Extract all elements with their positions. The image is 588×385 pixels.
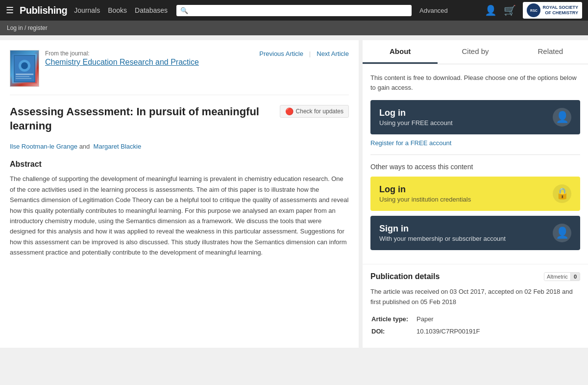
- altmetric-badge: Altmetric 0: [544, 272, 580, 281]
- title-row: Assessing Assessment: In pursuit of mean…: [10, 105, 349, 138]
- updates-icon: 🔴: [285, 107, 294, 115]
- abstract-text: The challenge of supporting the developm…: [10, 174, 349, 258]
- access-intro: This content is free to download. Please…: [370, 73, 580, 92]
- breadcrumb-login-link[interactable]: Log in / register: [7, 25, 48, 31]
- check-updates-button[interactable]: 🔴 Check for updates: [280, 105, 349, 118]
- sidebar: About Cited by Related This content is f…: [363, 40, 588, 348]
- tab-bar: About Cited by Related: [363, 40, 588, 64]
- nav-right-icons: 👤 🛒 RSC ROYAL SOCIETYOF CHEMISTRY: [485, 2, 582, 19]
- login-institution-icon: 🔒: [553, 184, 571, 203]
- doi-value: 10.1039/C7RP00191F: [416, 328, 579, 339]
- login-institution-button[interactable]: Log in Using your institution credential…: [370, 177, 580, 211]
- article-type-value: Paper: [416, 315, 579, 327]
- login-free-sub: Using your FREE account: [379, 119, 453, 127]
- altmetric-label: Altmetric: [544, 273, 571, 281]
- sign-in-button[interactable]: Sign in With your membership or subscrib…: [370, 216, 580, 250]
- login-free-icon: 👤: [553, 108, 571, 127]
- login-free-title: Log in: [379, 108, 453, 118]
- tab-related[interactable]: Related: [513, 40, 588, 64]
- nav-databases[interactable]: Databases: [135, 6, 168, 14]
- next-article-link[interactable]: Next Article: [317, 50, 349, 57]
- nav-books[interactable]: Books: [108, 6, 127, 14]
- article-title-section: Assessing Assessment: In pursuit of mean…: [10, 105, 349, 150]
- check-updates-label: Check for updates: [296, 108, 343, 115]
- content-area: From the journal: Chemistry Education Re…: [0, 40, 359, 348]
- author1-link[interactable]: Ilse Rootman-le Grange: [10, 143, 77, 150]
- other-ways-title: Other ways to access this content: [370, 163, 580, 171]
- publication-details: Publication details Altmetric 0 The arti…: [363, 264, 588, 348]
- tab-about[interactable]: About: [363, 40, 438, 64]
- search-icon: 🔍: [180, 7, 188, 14]
- svg-rect-4: [16, 74, 33, 75]
- top-nav: ☰ Publishing Journals Books Databases 🔍 …: [0, 0, 588, 21]
- title-col: Assessing Assessment: In pursuit of mean…: [10, 105, 275, 138]
- abstract-section: Abstract The challenge of supporting the…: [10, 160, 349, 258]
- svg-point-3: [21, 62, 28, 69]
- login-institution-title: Log in: [379, 184, 471, 195]
- login-institution-sub: Using your institution credentials: [379, 196, 471, 203]
- article-title: Assessing Assessment: In pursuit of mean…: [10, 105, 275, 133]
- tab-cited-by[interactable]: Cited by: [438, 40, 513, 64]
- svg-rect-5: [16, 76, 29, 77]
- search-bar: 🔍: [176, 5, 412, 16]
- journal-info: From the journal: Chemistry Education Re…: [10, 50, 199, 87]
- article-navigation: Previous Article | Next Article: [259, 50, 349, 57]
- author2-link[interactable]: Margaret Blackie: [94, 143, 142, 150]
- pub-meta-table: Article type: Paper DOI: 10.1039/C7RP001…: [370, 314, 580, 340]
- login-institution-text: Log in Using your institution credential…: [379, 184, 471, 203]
- prev-article-link[interactable]: Previous Article: [259, 50, 303, 57]
- article-header: From the journal: Chemistry Education Re…: [10, 50, 349, 95]
- author-and: and: [79, 143, 90, 150]
- search-input[interactable]: [190, 7, 408, 14]
- sign-in-text: Sign in With your membership or subscrib…: [379, 224, 506, 242]
- article-type-label: Article type:: [371, 315, 416, 327]
- rsc-circle: RSC: [527, 3, 540, 17]
- nav-divider: |: [309, 50, 311, 57]
- breadcrumb-bar: Log in / register: [0, 21, 588, 35]
- sign-in-icon: 👤: [553, 224, 571, 242]
- svg-rect-6: [16, 78, 31, 79]
- register-link[interactable]: Register for a FREE account: [370, 139, 580, 147]
- doi-label: DOI:: [371, 328, 416, 339]
- journal-meta: From the journal: Chemistry Education Re…: [45, 50, 199, 67]
- pub-details-header: Publication details Altmetric 0: [370, 272, 580, 281]
- user-icon[interactable]: 👤: [485, 4, 497, 16]
- login-free-button[interactable]: Log in Using your FREE account 👤: [370, 100, 580, 134]
- journal-name-link[interactable]: Chemistry Education Research and Practic…: [45, 58, 199, 67]
- article-type-row: Article type: Paper: [371, 315, 579, 327]
- brand-logo: Publishing: [20, 5, 67, 16]
- nav-links: Journals Books Databases: [74, 6, 168, 14]
- login-free-text: Log in Using your FREE account: [379, 108, 453, 127]
- doi-row: DOI: 10.1039/C7RP00191F: [371, 328, 579, 339]
- altmetric-score: 0: [571, 273, 580, 281]
- pub-details-title: Publication details: [370, 272, 440, 281]
- journal-cover-svg: [14, 55, 35, 82]
- article-authors: Ilse Rootman-le Grange and Margaret Blac…: [10, 143, 349, 150]
- advanced-search-link[interactable]: Advanced: [419, 7, 448, 14]
- nav-journals[interactable]: Journals: [74, 6, 100, 14]
- abstract-title: Abstract: [10, 160, 349, 169]
- from-journal-label: From the journal:: [45, 50, 199, 57]
- main-layout: From the journal: Chemistry Education Re…: [0, 35, 588, 353]
- cart-icon[interactable]: 🛒: [504, 4, 516, 16]
- sidebar-content: This content is free to download. Please…: [363, 64, 588, 264]
- sign-in-sub: With your membership or subscriber accou…: [379, 235, 506, 242]
- sign-in-title: Sign in: [379, 224, 506, 234]
- rsc-logo[interactable]: RSC ROYAL SOCIETYOF CHEMISTRY: [523, 2, 582, 19]
- hamburger-menu[interactable]: ☰: [6, 5, 14, 16]
- pub-date-text: The article was received on 03 Oct 2017,…: [370, 287, 580, 308]
- divider: [370, 154, 580, 155]
- rsc-text: ROYAL SOCIETYOF CHEMISTRY: [542, 5, 578, 16]
- journal-cover-image: [10, 50, 39, 87]
